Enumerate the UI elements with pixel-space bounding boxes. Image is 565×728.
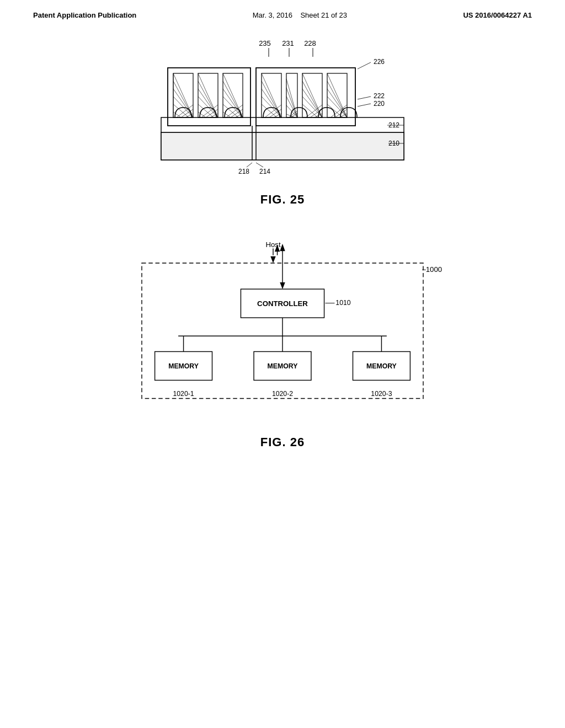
svg-rect-4 [161, 132, 404, 160]
label-222: 222 [374, 92, 385, 100]
svg-line-79 [358, 104, 371, 106]
svg-line-61 [302, 104, 318, 117]
svg-line-34 [223, 112, 231, 117]
fig26-diagram: 1000 Host CONTROLLER [117, 234, 448, 422]
fig26-label: FIG. 26 [260, 435, 305, 449]
label-220: 220 [374, 100, 385, 108]
svg-line-9 [173, 89, 193, 117]
label-226: 226 [374, 58, 385, 66]
label-218: 218 [238, 168, 249, 175]
controller-label: CONTROLLER [257, 299, 308, 308]
header-right: US 2016/0064227 A1 [463, 11, 532, 19]
label-235: 235 [259, 39, 271, 47]
fig26-section: 1000 Host CONTROLLER [33, 234, 532, 449]
memory-id-2: 1020-2 [272, 390, 293, 398]
fig25-diagram: 235 231 228 [128, 36, 437, 179]
label-228: 228 [304, 39, 316, 47]
svg-line-78 [358, 97, 371, 99]
svg-line-58 [302, 81, 322, 117]
svg-line-82 [247, 163, 252, 167]
fig25-section: 235 231 228 [33, 36, 532, 207]
fig26-svg: 1000 Host CONTROLLER [117, 234, 448, 422]
svg-rect-5 [161, 117, 404, 132]
svg-line-21 [198, 89, 218, 117]
svg-line-71 [331, 105, 347, 117]
host-arrow-down [270, 256, 275, 263]
svg-line-25 [201, 105, 218, 117]
svg-line-44 [262, 104, 277, 117]
label-1010: 1010 [335, 299, 350, 307]
memory3-label: MEMORY [366, 362, 397, 370]
arrow-to-host [280, 244, 285, 251]
label-231: 231 [282, 39, 294, 47]
header-center: Mar. 3, 2016 Sheet 21 of 23 [253, 11, 347, 19]
svg-line-77 [358, 62, 371, 69]
svg-line-42 [262, 89, 281, 117]
arrow-to-controller [280, 282, 285, 289]
svg-line-15 [177, 105, 193, 117]
svg-line-50 [286, 88, 297, 117]
label-214: 214 [259, 168, 270, 175]
label-1000: 1000 [426, 265, 442, 274]
svg-line-11 [173, 104, 189, 117]
header-sheet: Sheet 21 of 23 [300, 11, 347, 19]
host-label: Host [265, 240, 281, 249]
svg-line-66 [327, 73, 347, 117]
memory1-label: MEMORY [168, 362, 199, 370]
svg-line-33 [223, 104, 238, 117]
svg-line-35 [226, 105, 243, 117]
svg-line-12 [173, 112, 181, 117]
page: Patent Application Publication Mar. 3, 2… [0, 0, 565, 728]
svg-line-31 [223, 89, 243, 117]
fig25-label: FIG. 25 [260, 192, 305, 207]
svg-line-67 [327, 81, 347, 117]
page-header: Patent Application Publication Mar. 3, 2… [33, 11, 532, 19]
svg-line-24 [198, 112, 206, 117]
svg-line-83 [256, 163, 263, 167]
header-left: Patent Application Publication [33, 11, 136, 19]
fig25-svg: 235 231 228 [128, 36, 437, 179]
svg-line-68 [327, 89, 347, 117]
label-212: 212 [388, 121, 399, 129]
svg-line-59 [302, 89, 322, 117]
memory2-label: MEMORY [268, 362, 298, 370]
svg-line-23 [198, 104, 214, 117]
svg-line-45 [265, 105, 281, 117]
header-date: Mar. 3, 2016 [253, 11, 292, 19]
memory-id-3: 1020-3 [371, 390, 392, 398]
memory-id-1: 1020-1 [173, 390, 194, 398]
label-210: 210 [388, 140, 399, 147]
